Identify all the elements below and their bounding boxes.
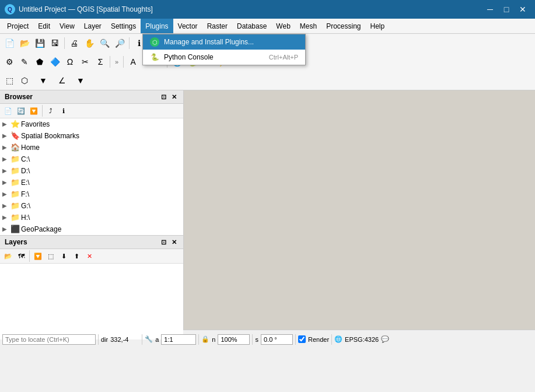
menu-database[interactable]: Database — [232, 19, 271, 33]
scale-input[interactable] — [161, 334, 196, 345]
tree-item-g-drive[interactable]: ▶ 📁 G:\ — [0, 200, 183, 212]
digitize-btn-1[interactable]: ⚙ — [2, 55, 16, 69]
manage-install-plugins-item[interactable]: ⬡ Manage and Install Plugins... — [143, 34, 305, 50]
tree-item-h-drive[interactable]: ▶ 📁 H:\ — [0, 212, 183, 223]
open-project-button[interactable]: 📂 — [18, 36, 32, 50]
menu-project[interactable]: Project — [2, 19, 33, 33]
menu-plugins[interactable]: Plugins — [141, 19, 173, 33]
new-project-button[interactable]: 📄 — [2, 36, 16, 50]
pan-map-button[interactable]: ✋ — [82, 36, 96, 50]
tree-item-d-drive[interactable]: ▶ 📁 D:\ — [0, 165, 183, 177]
favorites-arrow-icon: ▶ — [2, 121, 9, 128]
digitize-btn-5[interactable]: Ω — [63, 55, 77, 69]
maximize-button[interactable]: □ — [499, 4, 514, 15]
tree-item-spatial-bookmarks[interactable]: ▶ 🔖 Spatial Bookmarks — [0, 130, 183, 142]
render-label: Render — [308, 336, 329, 343]
digitize-btn-3[interactable]: ⬟ — [33, 55, 47, 69]
h-drive-arrow-icon: ▶ — [2, 214, 9, 221]
browser-close-button[interactable]: ✕ — [169, 92, 179, 102]
browser-filter-button[interactable]: 🔽 — [28, 105, 40, 117]
d-drive-label: D:\ — [21, 167, 181, 175]
tree-item-c-drive[interactable]: ▶ 📁 C:\ — [0, 153, 183, 165]
tree-item-home[interactable]: ▶ 🏠 Home — [0, 142, 183, 153]
menu-settings[interactable]: Settings — [106, 19, 141, 33]
tree-item-geopackage[interactable]: ▶ ⬛ GeoPackage — [0, 223, 183, 235]
menu-vector[interactable]: Vector — [173, 19, 202, 33]
home-arrow-icon: ▶ — [2, 144, 9, 151]
save-project-button[interactable]: 💾 — [33, 36, 47, 50]
layers-close-button[interactable]: ✕ — [169, 237, 179, 247]
layer-down-button[interactable]: ⬇ — [58, 250, 69, 262]
rotation-prefix: s — [255, 336, 258, 343]
print-layout-button[interactable]: 🖨 — [67, 36, 81, 50]
browser-refresh-button[interactable]: 🔄 — [15, 105, 27, 117]
locate-input[interactable] — [2, 334, 96, 345]
open-layer-button[interactable]: 📂 — [2, 250, 14, 262]
add-raster-button[interactable]: 🗺 — [15, 250, 27, 262]
e-drive-label: E:\ — [21, 178, 181, 187]
label-btn-1[interactable]: A — [126, 55, 140, 69]
e-drive-icon: 📁 — [11, 178, 20, 187]
menu-help[interactable]: Help — [366, 19, 390, 33]
map-canvas[interactable] — [184, 90, 535, 330]
browser-collapse-button[interactable]: ⤴ — [45, 105, 57, 117]
digitize-btn-4[interactable]: 🔷 — [48, 55, 62, 69]
toolbar-row-3: ⬚ ⬡ ▼ ∠ ▼ — [0, 71, 535, 90]
minimize-button[interactable]: ─ — [482, 4, 498, 15]
tree-item-e-drive[interactable]: ▶ 📁 E:\ — [0, 177, 183, 188]
geopackage-label: GeoPackage — [21, 225, 181, 233]
coord-value: 332,-4 — [110, 336, 139, 343]
browser-info-button[interactable]: ℹ — [58, 105, 69, 117]
menu-mesh[interactable]: Mesh — [295, 19, 321, 33]
layers-panel: Layers ⊡ ✕ 📂 🗺 🔽 ⬚ ⬇ ⬆ ✕ — [0, 235, 183, 340]
menu-layer[interactable]: Layer — [79, 19, 106, 33]
zoom-in-button[interactable]: 🔍 — [97, 36, 111, 50]
status-sep-5 — [295, 334, 296, 345]
menu-raster[interactable]: Raster — [202, 19, 232, 33]
layers-panel-header: Layers ⊡ ✕ — [0, 236, 183, 249]
snap-btn-2[interactable]: ⬡ — [18, 74, 32, 88]
browser-tree: ▶ ⭐ Favorites ▶ 🔖 Spatial Bookmarks ▶ 🏠 … — [0, 118, 183, 235]
python-console-icon: 🐍 — [150, 52, 159, 62]
status-sep-6 — [331, 334, 332, 345]
menu-web[interactable]: Web — [271, 19, 295, 33]
dir-label: dir — [101, 336, 108, 343]
tree-item-favorites[interactable]: ▶ ⭐ Favorites — [0, 118, 183, 130]
mag-prefix: n — [212, 336, 215, 343]
menu-processing[interactable]: Processing — [321, 19, 365, 33]
browser-add-button[interactable]: 📄 — [2, 105, 14, 117]
browser-title: Browser — [5, 93, 33, 101]
toolbar-more-label-2[interactable]: » — [113, 57, 121, 66]
python-console-label: Python Console — [164, 53, 214, 61]
bookmarks-arrow-icon: ▶ — [2, 132, 9, 139]
status-sep-3 — [198, 334, 199, 345]
menu-edit[interactable]: Edit — [33, 19, 55, 33]
layer-group-button[interactable]: ⬚ — [45, 250, 57, 262]
digitize-btn-2[interactable]: ✎ — [18, 55, 32, 69]
menu-view[interactable]: View — [55, 19, 79, 33]
digitize-btn-6[interactable]: ✂ — [78, 55, 92, 69]
angle-btn[interactable]: ∠ — [55, 74, 69, 88]
layer-up-button[interactable]: ⬆ — [71, 250, 82, 262]
save-as-button[interactable]: 🖫 — [48, 36, 62, 50]
manage-install-label: Manage and Install Plugins... — [164, 38, 254, 46]
e-drive-arrow-icon: ▶ — [2, 179, 9, 186]
filter-layer-button[interactable]: 🔽 — [32, 250, 44, 262]
python-console-item[interactable]: 🐍 Python Console Ctrl+Alt+P — [143, 50, 305, 65]
rotation-input[interactable] — [261, 334, 293, 345]
zoom-out-button[interactable]: 🔎 — [113, 36, 127, 50]
magnify-input[interactable] — [218, 334, 250, 345]
snap-btn[interactable]: ⬚ — [2, 74, 16, 88]
layers-float-button[interactable]: ⊡ — [159, 237, 168, 247]
render-checkbox[interactable] — [298, 335, 306, 343]
remove-layer-button[interactable]: ✕ — [83, 250, 95, 262]
close-button[interactable]: ✕ — [515, 4, 530, 15]
tree-item-f-drive[interactable]: ▶ 📁 F:\ — [0, 188, 183, 200]
geopackage-arrow-icon: ▶ — [2, 226, 9, 233]
dist-btn[interactable]: ▼ — [70, 74, 91, 88]
browser-float-button[interactable]: ⊡ — [159, 92, 168, 102]
layers-toolbar: 📂 🗺 🔽 ⬚ ⬇ ⬆ ✕ — [0, 249, 183, 264]
snap-dropdown[interactable]: ▼ — [33, 74, 54, 88]
digitize-btn-7[interactable]: Σ — [93, 55, 107, 69]
layers-content — [0, 264, 183, 340]
